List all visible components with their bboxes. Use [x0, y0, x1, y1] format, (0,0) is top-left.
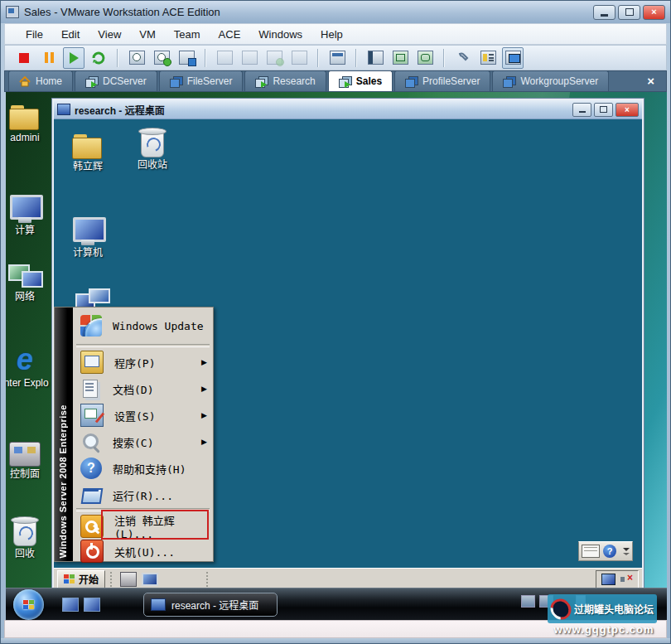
revert-snapshot-button[interactable] [151, 47, 172, 69]
language-options-icon[interactable] [623, 548, 630, 555]
control-panel-icon [9, 442, 41, 467]
close-icon: × [625, 105, 630, 114]
vm-running-icon [255, 76, 268, 87]
desktop-icon-administrator[interactable]: admini [6, 95, 54, 144]
start-menu-item-windows-update[interactable]: Windows Update [73, 312, 213, 339]
programs-icon [80, 351, 104, 374]
menu-view[interactable]: View [89, 26, 130, 43]
menu-help[interactable]: Help [311, 26, 352, 43]
rdp-desktop: 韩立辉 回收站 计算机 Windows Server 2008 Enterpri… [54, 119, 642, 568]
start-menu-item-help-support[interactable]: ? 帮助和支持(H) [73, 455, 213, 482]
quick-switch-button[interactable] [364, 47, 386, 69]
desktop-icon-network[interactable]: 网络 [6, 254, 54, 303]
network-tray-icon[interactable] [601, 574, 615, 585]
tab-label: Sales [356, 75, 382, 87]
start-menu-item-documents[interactable]: 文档(D) ▶ [73, 375, 213, 402]
quicklaunch-server-icon[interactable] [120, 572, 137, 587]
rdp-minimize-button[interactable] [572, 103, 591, 117]
take-snapshot-button[interactable] [126, 47, 147, 69]
reset-button[interactable] [88, 47, 109, 69]
minimize-button[interactable] [593, 5, 615, 20]
start-menu-item-settings[interactable]: 设置(S) ▶ [73, 402, 213, 429]
start-menu-edition-band: Windows Server 2008 Enterprise [55, 307, 73, 561]
start-menu-item-search[interactable]: 搜索(C) ▶ [73, 429, 213, 455]
full-screen-icon [393, 51, 408, 65]
minimize-icon [601, 14, 608, 17]
power-on-button[interactable] [63, 47, 84, 69]
tab-workgroupserver[interactable]: WorkgroupServer [492, 70, 609, 91]
tab-dcserver[interactable]: DCServer [75, 70, 157, 91]
close-button[interactable]: × [643, 5, 665, 20]
tab-profileserver[interactable]: ProfileServer [394, 70, 490, 91]
suspend-icon [45, 52, 54, 63]
desktop-icon-recycle-bin[interactable]: 回收 [6, 511, 54, 560]
rdp-window-title: research - 远程桌面 [75, 103, 165, 117]
clone-vm-icon [217, 51, 233, 65]
capture-screen-button[interactable] [326, 47, 348, 69]
vm-running-icon [339, 76, 351, 87]
menu-file[interactable]: File [17, 26, 52, 43]
tab-close-button[interactable]: × [647, 74, 663, 91]
power-off-button[interactable] [13, 47, 35, 69]
vm-running-icon [85, 76, 98, 87]
language-bar[interactable]: ? [578, 541, 633, 561]
menu-windows[interactable]: Windows [249, 26, 311, 43]
deploy-ace-button[interactable] [288, 47, 310, 69]
manage-ace-button[interactable] [452, 47, 474, 69]
tab-fileserver[interactable]: FileServer [159, 70, 244, 91]
start-menu-item-shutdown[interactable]: 关机(U)... [73, 538, 213, 564]
rdp-restore-button[interactable] [594, 103, 613, 117]
tab-research[interactable]: Research [244, 70, 326, 91]
restore-icon [600, 106, 607, 113]
internet-explorer-icon: e [9, 344, 41, 375]
menu-team[interactable]: Team [165, 26, 210, 43]
new-vm-icon [267, 51, 282, 65]
desktop-icon-computer[interactable]: 计算机 [59, 211, 117, 259]
windows-flag-icon [23, 600, 35, 610]
suspend-button[interactable] [38, 47, 60, 69]
desktop-icon-computer[interactable]: 计算 [6, 188, 54, 237]
new-vm-button[interactable] [263, 47, 285, 69]
toolbar [4, 45, 667, 70]
language-help-icon[interactable]: ? [603, 545, 616, 558]
quicklaunch-switcher-icon[interactable] [84, 598, 100, 612]
console-view-button[interactable] [502, 47, 524, 69]
quicklaunch-show-desktop-icon[interactable] [62, 598, 79, 612]
tab-sales[interactable]: Sales [328, 70, 393, 91]
menu-ace[interactable]: ACE [210, 26, 250, 43]
clone-template-button[interactable] [239, 47, 260, 69]
menu-vm[interactable]: VM [130, 26, 165, 43]
recycle-bin-icon [11, 515, 39, 546]
snapshot-manager-button[interactable] [176, 47, 197, 69]
desktop-icon-recycle-bin[interactable]: 回收站 [123, 123, 181, 172]
start-menu-item-run[interactable]: 运行(R)... [73, 482, 213, 508]
summary-view-button[interactable] [477, 47, 499, 69]
desktop-icon-partial[interactable] [75, 288, 112, 305]
start-menu-item-programs[interactable]: 程序(P) ▶ [73, 349, 213, 375]
start-orb[interactable] [13, 589, 44, 620]
taskbar-divider [110, 572, 115, 587]
rdp-close-button[interactable]: × [615, 103, 639, 117]
desktop-icon-control-panel[interactable]: 控制面 [6, 432, 54, 481]
clone-vm-button[interactable] [214, 47, 235, 69]
quicklaunch-desktop-icon[interactable] [142, 573, 158, 586]
watermark: 过期罐头电脑论坛 [548, 594, 657, 623]
computer-icon [71, 217, 104, 245]
unity-button[interactable] [414, 47, 436, 69]
restore-button[interactable] [618, 5, 640, 20]
remote-desktop-icon [151, 598, 166, 611]
rdp-title-bar[interactable]: research - 远程桌面 × [54, 100, 642, 119]
task-button-rdp[interactable]: research - 远程桌面 [143, 593, 278, 617]
desktop-icon-internet-explorer[interactable]: e Inter Explo [6, 341, 54, 390]
tab-home[interactable]: Home [8, 70, 73, 91]
keyboard-icon[interactable] [582, 545, 600, 558]
tray-icon-1[interactable] [521, 595, 535, 608]
full-screen-button[interactable] [389, 47, 411, 69]
sound-muted-tray-icon[interactable] [620, 574, 633, 585]
title-bar: Sales - VMware Workstation ACE Edition × [1, 1, 670, 23]
menu-separator [76, 344, 210, 347]
start-button[interactable]: 开始 [57, 570, 105, 588]
menu-edit[interactable]: Edit [52, 26, 89, 43]
restore-icon [625, 8, 634, 16]
desktop-icon-user-folder[interactable]: 韩立辉 [59, 124, 117, 173]
